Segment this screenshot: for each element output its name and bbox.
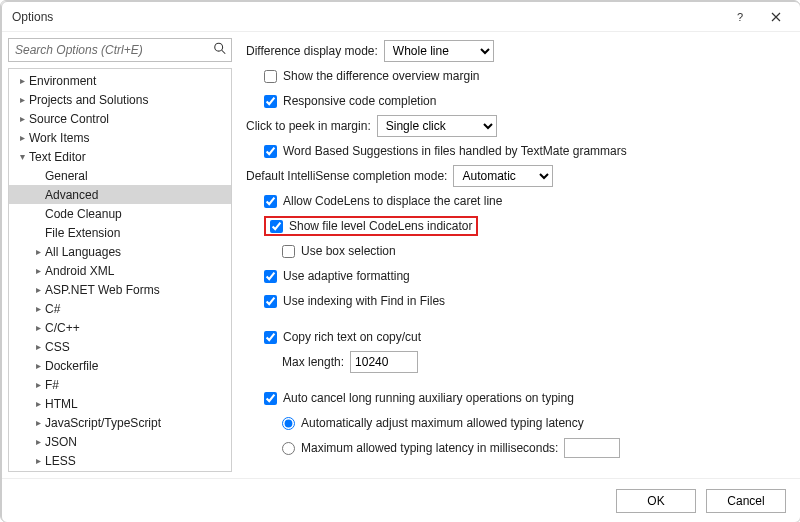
settings-scroll[interactable]: Difference display mode: Whole line Show…	[246, 38, 780, 472]
caret-right-icon[interactable]: ▸	[31, 379, 45, 390]
search-options-wrap	[8, 38, 232, 62]
caret-right-icon[interactable]: ▸	[31, 417, 45, 428]
tree-item-advanced[interactable]: ▸Advanced	[9, 185, 231, 204]
caret-right-icon[interactable]: ▸	[15, 94, 29, 105]
caret-right-icon[interactable]: ▸	[31, 265, 45, 276]
show-file-level-codelens-checkbox[interactable]	[270, 220, 283, 233]
responsive-code-completion-label[interactable]: Responsive code completion	[283, 94, 436, 108]
tree-item-label: JavaScript/TypeScript	[45, 416, 161, 430]
latency-ms-input[interactable]	[564, 438, 620, 458]
caret-right-icon[interactable]: ▸	[31, 284, 45, 295]
search-input[interactable]	[9, 39, 231, 61]
word-based-textmate-label[interactable]: Word Based Suggestions in files handled …	[283, 144, 627, 158]
help-button[interactable]: ?	[722, 3, 758, 31]
caret-right-icon[interactable]: ▸	[31, 398, 45, 409]
tree-item-c-[interactable]: ▸C#	[9, 299, 231, 318]
latency-manual-radio[interactable]	[282, 442, 295, 455]
tree-item-label: Text Editor	[29, 150, 86, 164]
caret-right-icon[interactable]: ▸	[31, 436, 45, 447]
ok-button[interactable]: OK	[616, 489, 696, 513]
auto-cancel-long-ops-row: Auto cancel long running auxiliary opera…	[246, 386, 772, 410]
show-file-level-codelens-row: Show file level CodeLens indicator	[246, 214, 772, 238]
copy-rich-text-label[interactable]: Copy rich text on copy/cut	[283, 330, 421, 344]
caret-down-icon[interactable]: ▾	[15, 151, 29, 162]
cancel-button[interactable]: Cancel	[706, 489, 786, 513]
tree-item-environment[interactable]: ▸Environment	[9, 71, 231, 90]
tree-item-code-cleanup[interactable]: ▸Code Cleanup	[9, 204, 231, 223]
tree-item-all-languages[interactable]: ▸All Languages	[9, 242, 231, 261]
tree-item-label: Environment	[29, 74, 96, 88]
show-file-level-codelens-label[interactable]: Show file level CodeLens indicator	[289, 219, 472, 233]
options-tree[interactable]: ▸Environment▸Projects and Solutions▸Sour…	[8, 68, 232, 472]
caret-right-icon[interactable]: ▸	[31, 455, 45, 466]
tree-item-javascript-typescript[interactable]: ▸JavaScript/TypeScript	[9, 413, 231, 432]
tree-item-label: LESS	[45, 454, 76, 468]
responsive-code-completion-checkbox[interactable]	[264, 95, 277, 108]
allow-codelens-displace-row: Allow CodeLens to displace the caret lin…	[246, 189, 772, 213]
tree-item-android-xml[interactable]: ▸Android XML	[9, 261, 231, 280]
tree-item-label: File Extension	[45, 226, 120, 240]
search-icon[interactable]	[213, 42, 227, 59]
word-based-textmate-checkbox[interactable]	[264, 145, 277, 158]
caret-right-icon[interactable]: ▸	[31, 322, 45, 333]
show-diff-overview-label[interactable]: Show the difference overview margin	[283, 69, 480, 83]
tree-item-css[interactable]: ▸CSS	[9, 337, 231, 356]
tree-item-label: Projects and Solutions	[29, 93, 148, 107]
copy-rich-text-checkbox[interactable]	[264, 331, 277, 344]
tree-item-c-c-[interactable]: ▸C/C++	[9, 318, 231, 337]
tree-item-asp-net-web-forms[interactable]: ▸ASP.NET Web Forms	[9, 280, 231, 299]
default-intellisense-label: Default IntelliSense completion mode:	[246, 169, 447, 183]
caret-right-icon[interactable]: ▸	[31, 303, 45, 314]
latency-auto-radio[interactable]	[282, 417, 295, 430]
tree-item-work-items[interactable]: ▸Work Items	[9, 128, 231, 147]
use-box-selection-row: Use box selection	[246, 239, 772, 263]
use-adaptive-formatting-checkbox[interactable]	[264, 270, 277, 283]
tree-item-general[interactable]: ▸General	[9, 166, 231, 185]
use-box-selection-label[interactable]: Use box selection	[301, 244, 396, 258]
word-based-textmate-row: Word Based Suggestions in files handled …	[246, 139, 772, 163]
auto-cancel-long-ops-label[interactable]: Auto cancel long running auxiliary opera…	[283, 391, 574, 405]
use-adaptive-formatting-label[interactable]: Use adaptive formatting	[283, 269, 410, 283]
svg-text:?: ?	[737, 11, 743, 23]
tree-item-text-editor[interactable]: ▾Text Editor	[9, 147, 231, 166]
caret-right-icon[interactable]: ▸	[15, 75, 29, 86]
max-length-input[interactable]	[350, 351, 418, 373]
click-to-peek-select[interactable]: Single click	[377, 115, 497, 137]
tree-item-label: Code Cleanup	[45, 207, 122, 221]
caret-right-icon[interactable]: ▸	[15, 113, 29, 124]
tree-item-f-[interactable]: ▸F#	[9, 375, 231, 394]
tree-item-label: JSON	[45, 435, 77, 449]
latency-auto-label[interactable]: Automatically adjust maximum allowed typ…	[301, 416, 584, 430]
footer: OK Cancel	[2, 478, 800, 522]
tree-item-dockerfile[interactable]: ▸Dockerfile	[9, 356, 231, 375]
caret-right-icon[interactable]: ▸	[31, 341, 45, 352]
caret-right-icon[interactable]: ▸	[31, 360, 45, 371]
allow-codelens-displace-checkbox[interactable]	[264, 195, 277, 208]
latency-manual-label[interactable]: Maximum allowed typing latency in millis…	[301, 441, 558, 455]
settings-panel: Difference display mode: Whole line Show…	[236, 32, 800, 478]
max-length-row: Max length:	[246, 350, 772, 374]
tree-item-projects-and-solutions[interactable]: ▸Projects and Solutions	[9, 90, 231, 109]
show-diff-overview-checkbox[interactable]	[264, 70, 277, 83]
tree-item-label: CSS	[45, 340, 70, 354]
default-intellisense-select[interactable]: Automatic	[453, 165, 553, 187]
tree-item-json[interactable]: ▸JSON	[9, 432, 231, 451]
use-indexing-findinfiles-checkbox[interactable]	[264, 295, 277, 308]
caret-right-icon[interactable]: ▸	[15, 132, 29, 143]
tree-item-label: Android XML	[45, 264, 114, 278]
use-adaptive-formatting-row: Use adaptive formatting	[246, 264, 772, 288]
help-icon: ?	[734, 11, 746, 23]
use-indexing-findinfiles-label[interactable]: Use indexing with Find in Files	[283, 294, 445, 308]
allow-codelens-displace-label[interactable]: Allow CodeLens to displace the caret lin…	[283, 194, 502, 208]
show-diff-overview-row: Show the difference overview margin	[246, 64, 772, 88]
use-box-selection-checkbox[interactable]	[282, 245, 295, 258]
close-button[interactable]	[758, 3, 794, 31]
tree-item-file-extension[interactable]: ▸File Extension	[9, 223, 231, 242]
tree-item-source-control[interactable]: ▸Source Control	[9, 109, 231, 128]
diff-display-mode-select[interactable]: Whole line	[384, 40, 494, 62]
caret-right-icon[interactable]: ▸	[31, 246, 45, 257]
tree-item-less[interactable]: ▸LESS	[9, 451, 231, 470]
auto-cancel-long-ops-checkbox[interactable]	[264, 392, 277, 405]
tree-item-label: General	[45, 169, 88, 183]
tree-item-html[interactable]: ▸HTML	[9, 394, 231, 413]
